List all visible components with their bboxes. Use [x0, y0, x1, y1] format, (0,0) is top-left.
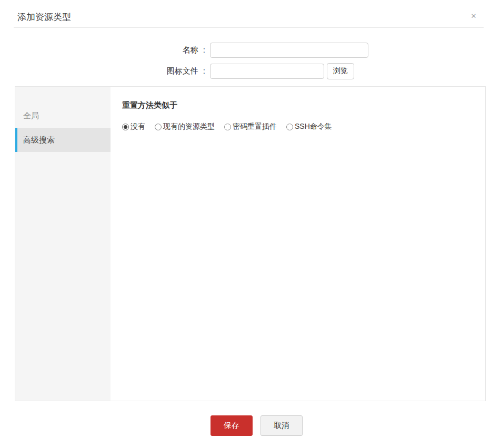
- radio-option-existing-resource-type[interactable]: 现有的资源类型: [155, 122, 215, 131]
- add-resource-type-dialog: 添加资源类型 ✕ 名称: 图标文件: 浏览 全局 高级搜索 重置方法类似于: [0, 0, 501, 448]
- icon-file-input[interactable]: [210, 64, 324, 79]
- radio-option-password-reset-plugin[interactable]: 密码重置插件: [224, 122, 277, 131]
- cancel-button[interactable]: 取消: [260, 415, 303, 436]
- radio-icon: [155, 124, 162, 130]
- close-icon[interactable]: ✕: [469, 12, 478, 21]
- sidebar-item-label: 全局: [23, 111, 39, 120]
- radio-option-none[interactable]: 没有: [122, 122, 145, 131]
- radio-label: 密码重置插件: [233, 122, 277, 131]
- radio-label: 没有: [131, 122, 145, 131]
- reset-method-radio-group: 没有 现有的资源类型 密码重置插件 SSH命令集: [122, 122, 485, 131]
- radio-icon: [286, 124, 293, 130]
- radio-label: SSH命令集: [295, 122, 332, 131]
- radio-icon: [224, 124, 231, 130]
- name-label-colon: :: [203, 45, 205, 54]
- radio-icon: [122, 124, 129, 130]
- sidebar-item-advanced-search[interactable]: 高级搜索: [15, 128, 111, 152]
- header-divider: [14, 27, 484, 28]
- sidebar-item-label: 高级搜索: [23, 135, 55, 144]
- name-label-text: 名称: [183, 45, 198, 54]
- settings-panel: 全局 高级搜索 重置方法类似于 没有 现有的资源类型 密码重置插件: [15, 86, 486, 401]
- sidebar-item-global[interactable]: 全局: [15, 104, 111, 128]
- name-label: 名称:: [0, 45, 205, 55]
- name-form-row: 名称:: [0, 42, 368, 58]
- radio-option-ssh-command-set[interactable]: SSH命令集: [286, 122, 332, 131]
- radio-label: 现有的资源类型: [163, 122, 215, 131]
- page-title: 添加资源类型: [17, 11, 71, 23]
- save-button[interactable]: 保存: [211, 415, 253, 436]
- browse-button[interactable]: 浏览: [327, 63, 354, 79]
- icon-file-label-colon: :: [203, 66, 205, 75]
- tab-content: 重置方法类似于 没有 现有的资源类型 密码重置插件 SSH命令集: [111, 87, 485, 401]
- icon-file-form-row: 图标文件: 浏览: [0, 63, 354, 79]
- sidebar: 全局 高级搜索: [15, 87, 111, 401]
- section-heading: 重置方法类似于: [122, 100, 485, 110]
- icon-file-label: 图标文件:: [0, 66, 205, 76]
- name-input[interactable]: [210, 43, 368, 58]
- icon-file-label-text: 图标文件: [167, 66, 198, 75]
